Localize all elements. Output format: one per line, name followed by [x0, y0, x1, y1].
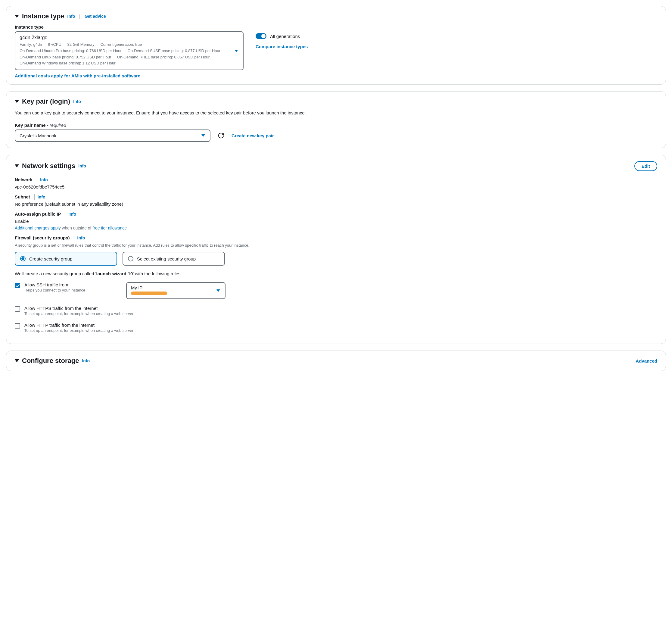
allow-http-hint: To set up an endpoint, for example when …: [24, 328, 657, 333]
select-sg-label: Select existing security group: [137, 256, 196, 261]
allow-http-checkbox[interactable]: [15, 323, 20, 329]
get-advice-link[interactable]: Get advice: [85, 14, 106, 19]
storage-info-link[interactable]: Info: [82, 358, 90, 363]
allow-ssh-label: Allow SSH traffic from: [24, 282, 114, 287]
instance-type-name: g4dn.2xlarge: [20, 35, 231, 40]
instance-family: Family: g4dn: [20, 42, 42, 47]
redacted-ip: [131, 291, 167, 295]
pricing-windows: On-Demand Windows base pricing: 1.12 USD…: [20, 61, 116, 65]
chevron-down-icon: [235, 50, 238, 52]
divider: [74, 235, 74, 241]
all-generations-label: All generations: [270, 34, 300, 39]
additional-charges-link[interactable]: Additional charges apply: [15, 226, 61, 230]
allow-https-label: Allow HTTPS traffic from the internet: [24, 306, 657, 311]
network-field-info-link[interactable]: Info: [40, 178, 48, 182]
network-label: Network: [15, 177, 32, 182]
create-sg-label: Create security group: [29, 256, 72, 261]
instance-vcpu: 8 vCPU: [48, 42, 62, 47]
pricing-suse: On-Demand SUSE base pricing: 0.877 USD p…: [128, 48, 221, 53]
firewall-label: Firewall (security groups): [15, 235, 70, 240]
key-pair-field-label: Key pair name - required: [15, 122, 657, 128]
divider: [37, 177, 37, 183]
free-tier-link[interactable]: free tier allowance: [92, 226, 127, 230]
caret-down-icon: [15, 359, 19, 362]
pricing-linux: On-Demand Linux base pricing: 0.752 USD …: [20, 55, 111, 59]
network-info-link[interactable]: Info: [78, 164, 86, 168]
allow-https-hint: To set up an endpoint, for example when …: [24, 311, 657, 316]
subnet-info-link[interactable]: Info: [38, 194, 45, 200]
network-value: vpc-0e620efdbe7754ec5: [15, 184, 657, 189]
allow-ssh-hint: Helps you connect to your instance: [24, 288, 114, 293]
subnet-value: No preference (Default subnet in any ava…: [15, 202, 657, 207]
create-security-group-radio[interactable]: Create security group: [15, 252, 117, 265]
instance-type-panel: Instance type Info | Get advice Instance…: [6, 6, 666, 85]
allow-ssh-checkbox[interactable]: [15, 283, 20, 288]
sg-name: launch-wizard-10: [96, 271, 133, 276]
public-ip-label: Auto-assign public IP: [15, 211, 61, 216]
additional-costs-link[interactable]: Additional costs apply for AMIs with pre…: [15, 73, 140, 78]
key-pair-description: You can use a key pair to securely conne…: [15, 110, 657, 117]
configure-storage-panel: Configure storage Info Advanced: [6, 351, 666, 371]
create-key-pair-link[interactable]: Create new key pair: [232, 133, 274, 138]
firewall-hint: A security group is a set of firewall ru…: [15, 242, 657, 249]
select-security-group-radio[interactable]: Select existing security group: [123, 252, 225, 265]
key-pair-header[interactable]: Key pair (login) Info: [15, 98, 657, 106]
caret-down-icon: [15, 15, 19, 18]
divider: [65, 211, 65, 217]
network-settings-panel: Network settings Info Edit Network Info …: [6, 155, 666, 344]
compare-instance-types-link[interactable]: Compare instance types: [256, 44, 308, 49]
configure-storage-header[interactable]: Configure storage Info Advanced: [15, 357, 657, 365]
all-generations-toggle[interactable]: [256, 33, 266, 39]
key-pair-select[interactable]: Crysfel's Macbook: [15, 130, 211, 142]
allow-http-label: Allow HTTP traffic from the internet: [24, 323, 657, 328]
ssh-source-select[interactable]: My IP: [126, 282, 225, 299]
network-settings-header[interactable]: Network settings Info Edit: [15, 161, 657, 171]
firewall-info-link[interactable]: Info: [77, 235, 85, 240]
chevron-down-icon: [216, 289, 220, 292]
subnet-label: Subnet: [15, 194, 30, 200]
key-pair-title: Key pair (login): [22, 98, 70, 106]
pricing-ubuntu: On-Demand Ubuntu Pro base pricing: 0.766…: [20, 48, 122, 53]
key-pair-info-link[interactable]: Info: [73, 99, 81, 104]
advanced-link[interactable]: Advanced: [635, 358, 657, 364]
key-pair-panel: Key pair (login) Info You can use a key …: [6, 91, 666, 148]
pricing-rhel: On-Demand RHEL base pricing: 0.867 USD p…: [117, 55, 210, 59]
sg-create-note: We'll create a new security group called…: [15, 271, 657, 276]
key-pair-selected-value: Crysfel's Macbook: [20, 133, 56, 138]
network-settings-title: Network settings: [22, 162, 75, 170]
divider: |: [79, 14, 80, 19]
edit-button[interactable]: Edit: [634, 161, 657, 171]
chevron-down-icon: [201, 134, 205, 137]
instance-type-info-link[interactable]: Info: [68, 14, 75, 19]
instance-memory: 32 GiB Memory: [67, 42, 94, 47]
instance-type-title: Instance type: [22, 13, 65, 20]
caret-down-icon: [15, 164, 19, 167]
instance-type-meta: Family: g4dn 8 vCPU 32 GiB Memory Curren…: [20, 42, 231, 67]
radio-icon: [20, 256, 26, 261]
refresh-icon[interactable]: [218, 132, 224, 139]
instance-type-header[interactable]: Instance type Info | Get advice: [15, 13, 657, 20]
allow-https-checkbox[interactable]: [15, 306, 20, 312]
charges-note: Additional charges apply when outside of…: [15, 226, 657, 230]
caret-down-icon: [15, 100, 19, 103]
public-ip-value: Enable: [15, 219, 657, 224]
instance-currentgen: Current generation: true: [100, 42, 142, 47]
ssh-source-value: My IP: [131, 285, 221, 290]
instance-type-field-label: Instance type: [15, 24, 657, 29]
radio-icon: [128, 256, 134, 261]
instance-type-select[interactable]: g4dn.2xlarge Family: g4dn 8 vCPU 32 GiB …: [15, 31, 244, 70]
public-ip-info-link[interactable]: Info: [68, 212, 76, 216]
configure-storage-title: Configure storage: [22, 357, 79, 365]
